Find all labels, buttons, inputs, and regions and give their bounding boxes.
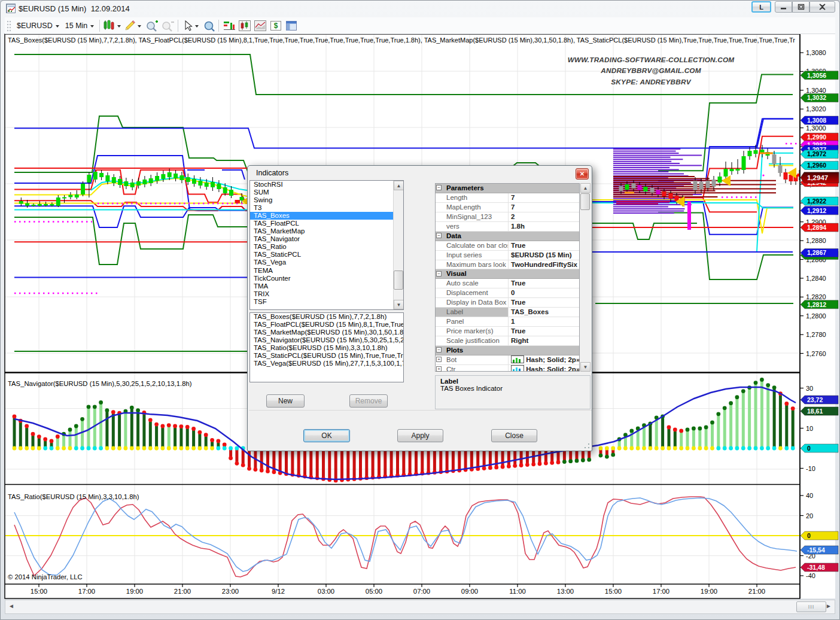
svg-text:1,2800: 1,2800 <box>806 312 826 320</box>
svg-text:20: 20 <box>806 512 813 519</box>
svg-text:1,2960: 1,2960 <box>807 162 826 169</box>
svg-text:05:00: 05:00 <box>366 588 382 595</box>
svg-text:21:00: 21:00 <box>174 588 191 595</box>
svg-text:1,2922: 1,2922 <box>807 197 826 205</box>
svg-text:17:00: 17:00 <box>78 588 95 595</box>
svg-text:$: $ <box>274 22 278 30</box>
svg-text:1,2947: 1,2947 <box>807 174 828 181</box>
svg-text:TAS_Boxes($EURUSD (15 Min),7,7: TAS_Boxes($EURUSD (15 Min),7,7,2,1.8h), … <box>8 37 795 44</box>
svg-text:TAS_Ratio($EURUSD (15 Min),3,3: TAS_Ratio($EURUSD (15 Min),3,3,10,1.8h) <box>8 493 139 500</box>
svg-text:9/12: 9/12 <box>272 588 285 595</box>
svg-text:1,2840: 1,2840 <box>806 275 826 282</box>
svg-text:0: 0 <box>807 445 811 452</box>
svg-text:WWW.TRADING-SOFTWARE-COLLECTIO: WWW.TRADING-SOFTWARE-COLLECTION.COM <box>568 56 735 64</box>
svg-text:07:00: 07:00 <box>413 588 430 595</box>
svg-text:13:00: 13:00 <box>557 588 574 595</box>
svg-text:1,2990: 1,2990 <box>807 133 826 141</box>
svg-text:1,3020: 1,3020 <box>806 105 826 113</box>
svg-text:19:00: 19:00 <box>701 588 717 595</box>
svg-text:1,2812: 1,2812 <box>807 301 826 308</box>
svg-text:30: 30 <box>806 385 813 392</box>
svg-text:1,2894: 1,2894 <box>807 224 826 231</box>
svg-text:19:00: 19:00 <box>126 588 143 595</box>
svg-text:1,3008: 1,3008 <box>807 117 826 124</box>
svg-text:40: 40 <box>806 492 813 499</box>
svg-text:TAS_Navigator($EURUSD (15 Min): TAS_Navigator($EURUSD (15 Min),5,30,25,1… <box>8 380 192 387</box>
svg-text:1,2912: 1,2912 <box>807 207 826 214</box>
svg-text:18,61: 18,61 <box>807 408 823 415</box>
svg-text:1,3080: 1,3080 <box>806 49 826 56</box>
svg-text:11:00: 11:00 <box>509 588 525 595</box>
svg-text:03:00: 03:00 <box>318 588 334 595</box>
svg-text:23,72: 23,72 <box>807 396 823 403</box>
svg-text:1,3000: 1,3000 <box>806 124 826 132</box>
svg-text:1,2867: 1,2867 <box>807 249 826 256</box>
svg-text:-31,48: -31,48 <box>807 564 825 571</box>
svg-text:SKYPE: ANDREYBBRV: SKYPE: ANDREYBBRV <box>611 78 691 86</box>
svg-text:23:00: 23:00 <box>222 588 239 595</box>
svg-text:1,3032: 1,3032 <box>807 94 826 101</box>
svg-text:1,2760: 1,2760 <box>806 350 826 357</box>
svg-text:21:00: 21:00 <box>748 588 765 595</box>
svg-text:1,2880: 1,2880 <box>806 237 826 244</box>
svg-text:1,3056: 1,3056 <box>807 72 826 79</box>
svg-text:1,3040: 1,3040 <box>806 87 826 94</box>
svg-text:-10: -10 <box>806 465 815 472</box>
svg-text:0: 0 <box>807 532 811 539</box>
svg-text:© 2014 NinjaTrader, LLC: © 2014 NinjaTrader, LLC <box>8 573 83 581</box>
svg-text:17:00: 17:00 <box>653 588 669 595</box>
svg-text:-40: -40 <box>806 572 815 579</box>
svg-text:1,2972: 1,2972 <box>807 150 826 157</box>
svg-text:15:00: 15:00 <box>31 588 47 595</box>
svg-text:15:00: 15:00 <box>605 588 622 595</box>
svg-text:1,2780: 1,2780 <box>806 331 826 338</box>
svg-text:-15,54: -15,54 <box>807 546 825 554</box>
svg-text:1,2820: 1,2820 <box>806 293 826 300</box>
svg-text:09:00: 09:00 <box>461 588 478 595</box>
svg-text:10: 10 <box>806 425 813 432</box>
svg-text:ANDREYBBRV@GMAIL.COM: ANDREYBBRV@GMAIL.COM <box>600 66 702 75</box>
